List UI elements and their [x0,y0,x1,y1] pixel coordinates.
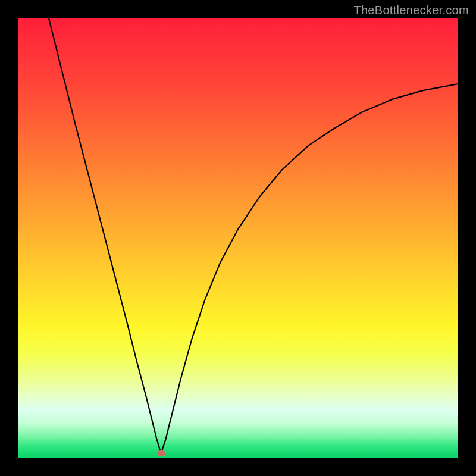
watermark-text: TheBottlenecker.com [353,4,469,17]
plot-area [18,18,458,458]
bottleneck-curve [18,18,458,458]
optimal-point-marker [157,450,165,456]
chart-frame: TheBottlenecker.com [0,0,476,476]
